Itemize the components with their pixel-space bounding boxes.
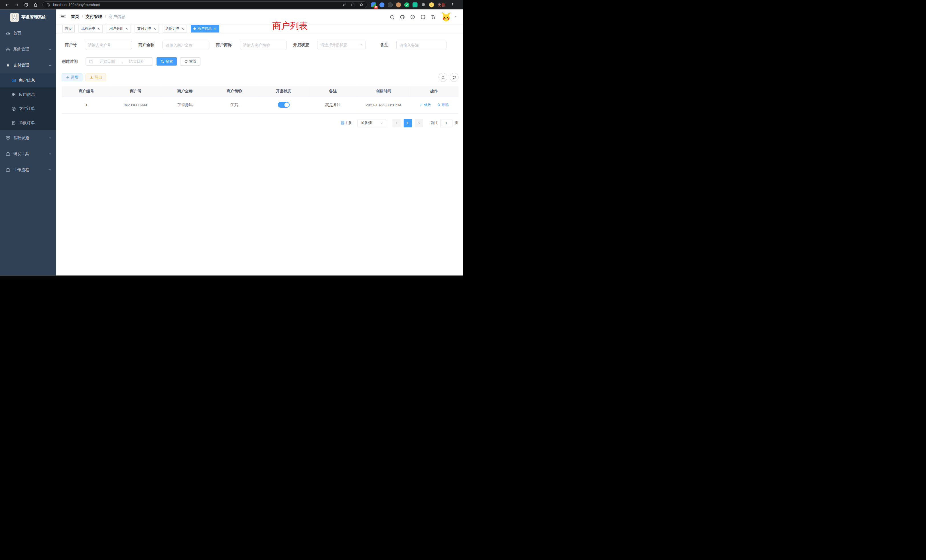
delete-link[interactable]: 删除 (437, 102, 449, 107)
merchant-no-input[interactable] (85, 41, 132, 49)
sidebar-item-infra[interactable]: 基础设施 (0, 130, 56, 146)
font-size-icon[interactable] (431, 14, 436, 20)
toggle-search-icon-button[interactable] (439, 73, 447, 82)
tab-user-group[interactable]: 用户分组 (107, 24, 131, 32)
extension-icon-1[interactable]: 10 (371, 2, 376, 8)
browser-forward-icon[interactable] (13, 1, 21, 9)
short-name-label: 商户简称 (216, 42, 232, 48)
add-button-label: 新增 (71, 75, 79, 80)
browser-toolbar: localhost:1024/pay/merchant 10 (0, 0, 463, 9)
tab-home[interactable]: 首页 (62, 24, 75, 32)
full-name-input[interactable] (162, 41, 210, 49)
export-button[interactable]: 导出 (86, 74, 106, 81)
browser-home-icon[interactable] (32, 1, 39, 9)
site-info-icon[interactable] (47, 3, 50, 6)
remark-input[interactable] (396, 41, 446, 49)
extensions-puzzle-icon[interactable] (421, 2, 426, 8)
chevron-up-icon (48, 64, 51, 67)
toolbox-icon (6, 151, 11, 156)
goto-page-input[interactable] (440, 119, 452, 127)
sidebar-item-payment[interactable]: 支付管理 (0, 57, 56, 73)
tab-label: 用户分组 (109, 26, 123, 31)
search-button[interactable]: 搜索 (156, 57, 177, 65)
sidebar-label: 基础设施 (14, 135, 45, 141)
extension-icon-check[interactable] (404, 2, 409, 8)
cell-full-name: 芋道源码 (160, 96, 210, 114)
sidebar-label: 首页 (14, 31, 52, 36)
extension-icon-4[interactable] (396, 2, 401, 8)
fullscreen-icon[interactable] (421, 14, 426, 20)
remark-label: 备注 (372, 42, 388, 48)
tab-merchant-info[interactable]: 商户信息 (191, 24, 219, 32)
sidebar-item-system[interactable]: 系统管理 (0, 41, 56, 57)
share-icon[interactable] (351, 2, 355, 8)
sidebar-item-devtools[interactable]: 研发工具 (0, 146, 56, 162)
breadcrumb-current: 商户信息 (109, 14, 125, 20)
yen-icon (6, 63, 11, 68)
breadcrumb-home[interactable]: 首页 (71, 14, 79, 20)
chevron-down-icon (359, 43, 362, 47)
sidebar-item-home[interactable]: 首页 (0, 26, 56, 41)
page-number-button[interactable]: 1 (403, 119, 412, 127)
tab-close-icon[interactable] (213, 27, 216, 30)
reset-button[interactable]: 重置 (180, 57, 200, 65)
cell-actions: 修改 删除 (410, 96, 459, 114)
tab-refund-order[interactable]: 退款订单 (163, 24, 187, 32)
extension-badge: 10 (374, 6, 378, 9)
help-icon[interactable] (410, 14, 415, 20)
prev-page-button[interactable] (392, 119, 401, 127)
hamburger-icon[interactable] (61, 14, 67, 20)
tab-process-form[interactable]: 流程表单 (79, 24, 103, 32)
next-page-button[interactable] (415, 119, 423, 127)
sidebar-item-merchant-info[interactable]: 商户信息 (0, 73, 56, 88)
browser-reload-icon[interactable] (22, 1, 30, 9)
table-mini-tools (439, 73, 458, 82)
table-toolbar: 新增 导出 (62, 73, 458, 82)
user-avatar[interactable] (441, 12, 451, 22)
page-size-select[interactable]: 10条/页 (357, 119, 386, 127)
extension-icon-smiley[interactable] (429, 2, 434, 8)
tab-close-icon[interactable] (181, 27, 184, 30)
extension-icon-3[interactable] (388, 2, 393, 8)
tab-close-icon[interactable] (97, 27, 100, 30)
short-name-input[interactable] (240, 41, 287, 49)
avatar-caret-icon[interactable] (454, 15, 457, 18)
filter-merchant-no: 商户号 (62, 41, 132, 49)
extension-icon-5[interactable] (413, 2, 418, 8)
sidebar-item-pay-order[interactable]: 支付订单 (0, 101, 56, 116)
header-search-icon[interactable] (389, 14, 395, 20)
url-text: localhost:1024/pay/merchant (53, 3, 100, 6)
sidebar-item-app-info[interactable]: 应用信息 (0, 88, 56, 102)
tab-pay-order[interactable]: 支付订单 (135, 24, 159, 32)
goto-label: 前往 (431, 121, 438, 126)
extension-icon-2[interactable] (380, 2, 384, 8)
address-bar[interactable]: localhost:1024/pay/merchant (42, 2, 367, 8)
github-icon[interactable] (400, 14, 405, 20)
date-end-placeholder: 结束日期 (124, 59, 150, 64)
date-start-placeholder: 开始日期 (94, 59, 120, 64)
refresh-table-icon-button[interactable] (449, 73, 458, 82)
tab-close-icon[interactable] (125, 27, 128, 30)
merchant-card-icon (11, 78, 16, 83)
screen: localhost:1024/pay/merchant 10 (0, 0, 463, 280)
app-logo[interactable]: 芋道管理系统 (0, 9, 56, 26)
bookmark-star-icon[interactable] (359, 2, 363, 8)
browser-update-button[interactable]: 更新 (437, 2, 445, 8)
status-toggle[interactable] (278, 102, 289, 108)
sidebar-item-refund-order[interactable]: 退款订单 (0, 116, 56, 130)
browser-menu-icon[interactable] (448, 1, 456, 9)
total-number: 1 (345, 121, 347, 125)
browser-back-icon[interactable] (3, 1, 11, 9)
breadcrumb-section[interactable]: 支付管理 (86, 14, 102, 20)
status-select[interactable]: 请选择开启状态 (317, 41, 366, 49)
chevron-down-icon (380, 121, 383, 125)
edit-link[interactable]: 修改 (419, 102, 431, 107)
pay-order-icon (11, 106, 16, 111)
sidebar-label: 支付管理 (14, 63, 45, 68)
create-time-range-picker[interactable]: 开始日期 - 结束日期 (86, 57, 153, 65)
password-key-icon[interactable] (342, 2, 346, 8)
tab-close-icon[interactable] (153, 27, 156, 30)
briefcase-icon (6, 167, 11, 172)
add-button[interactable]: 新增 (62, 74, 82, 81)
sidebar-item-workflow[interactable]: 工作流程 (0, 162, 56, 178)
